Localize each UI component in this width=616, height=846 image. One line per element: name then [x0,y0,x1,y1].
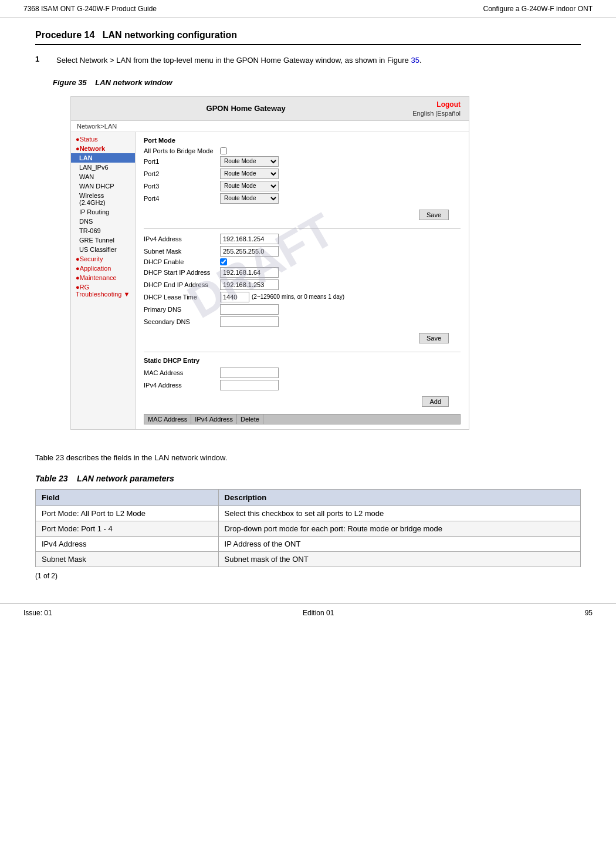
page-header: 7368 ISAM ONT G-240W-F Product Guide Con… [0,0,616,18]
gw-sidebar: ●Status ●Network LAN LAN_IPv6 WAN WAN DH… [71,132,136,429]
port2-select[interactable]: Route Mode [220,168,279,179]
sidebar-item-maintenance[interactable]: ●Maintenance [71,273,135,282]
all-ports-row: All Ports to Bridge Mode [144,147,461,154]
port2-label: Port2 [144,170,220,177]
secondary-dns-input[interactable] [220,316,279,327]
table-23-link[interactable]: 23 [56,453,64,462]
table-row-field-3: Subnet Mask [36,551,219,567]
footer-right: 95 [585,609,593,617]
dhcp-enable-row: DHCP Enable [144,258,461,265]
dhcp-start-label: DHCP Start IP Address [144,269,220,276]
primary-dns-label: Primary DNS [144,306,220,313]
dhcp-start-row: DHCP Start IP Address [144,267,461,278]
dhcp-start-input[interactable] [220,267,279,278]
primary-dns-input[interactable] [220,304,279,315]
table-row-desc-2: IP Address of the ONT [218,536,580,551]
static-dhcp-title: Static DHCP Entry [144,357,461,364]
sidebar-item-lan-ipv6[interactable]: LAN_IPv6 [71,163,135,172]
table-23-label: Table 23 LAN network parameters [35,474,581,483]
procedure-label: Procedure 14 LAN networking configuratio… [35,30,237,40]
static-ipv4-row: IPv4 Address [144,380,461,390]
gw-breadcrumb: Network>LAN [71,121,469,132]
table-row-field-1: Port Mode: Port 1 - 4 [36,521,219,536]
port4-label: Port4 [144,195,220,202]
sidebar-item-lan[interactable]: LAN [71,153,135,163]
gw-header: GPON Home Gateway Logout English |Españo… [71,97,469,121]
port4-select[interactable]: Route Mode [220,193,279,204]
sidebar-item-tr069[interactable]: TR-069 [71,226,135,235]
ipv4-address-input[interactable] [220,234,279,244]
sidebar-item-wireless[interactable]: Wireless (2.4GHz) [71,191,135,207]
sidebar-item-network[interactable]: ●Network [71,144,135,153]
figure-container: GPON Home Gateway Logout English |Españo… [70,96,469,430]
all-ports-checkbox[interactable] [220,147,227,154]
static-mac-row: MAC Address [144,368,461,378]
sidebar-item-wan-dhcp[interactable]: WAN DHCP [71,181,135,191]
port3-label: Port3 [144,183,220,190]
port4-row: Port4 Route Mode [144,193,461,204]
table-row-field-2: IPv4 Address [36,536,219,551]
col-header-desc: Description [218,489,580,505]
sidebar-item-wan[interactable]: WAN [71,172,135,181]
divider-2 [144,352,461,352]
dhcp-end-row: DHCP End IP Address [144,279,461,290]
header-right: Configure a G-240W-F indoor ONT [483,5,593,13]
secondary-dns-row: Secondary DNS [144,316,461,327]
table-intro: Table 23 describes the fields in the LAN… [35,453,581,462]
gw-title: GPON Home Gateway [207,104,286,113]
table-header-delete: Delete [237,414,263,424]
figure-label: Figure 35 LAN network window [53,78,172,87]
footer-center: Edition 01 [303,609,334,617]
add-button[interactable]: Add [422,396,449,407]
col-header-field: Field [36,489,219,505]
port1-label: Port1 [144,158,220,165]
table-header-mac: MAC Address [144,414,191,424]
subnet-mask-label: Subnet Mask [144,248,220,255]
static-ipv4-label: IPv4 Address [144,382,220,389]
port3-row: Port3 Route Mode [144,181,461,191]
static-ipv4-input[interactable] [220,380,279,390]
sidebar-item-application[interactable]: ●Application [71,264,135,273]
port-mode-section-title: Port Mode [144,137,461,144]
static-mac-label: MAC Address [144,369,220,376]
content-area: Procedure 14 LAN networking configuratio… [0,18,616,592]
sidebar-item-ip-routing[interactable]: IP Routing [71,207,135,217]
static-mac-input[interactable] [220,368,279,378]
gw-main: Port Mode All Ports to Bridge Mode Port1… [136,132,469,429]
sidebar-item-dns[interactable]: DNS [71,217,135,226]
dhcp-enable-checkbox[interactable] [220,258,227,265]
sidebar-item-status[interactable]: ●Status [71,134,135,144]
port3-select[interactable]: Route Mode [220,181,279,191]
figure-link[interactable]: 35 [411,56,419,65]
dhcp-end-input[interactable] [220,279,279,290]
params-table: Field Description Port Mode: All Port to… [35,489,581,567]
lease-note: (2~129600 mins, or 0 means 1 day) [252,294,344,300]
ipv4-address-row: IPv4 Address [144,234,461,244]
sidebar-item-security[interactable]: ●Security [71,254,135,264]
divider-1 [144,228,461,229]
sidebar-item-us-classifier[interactable]: US Classifier [71,245,135,254]
secondary-dns-label: Secondary DNS [144,318,220,325]
sidebar-item-rg-troubleshooting[interactable]: ●RG Troubleshooting ▼ [71,282,135,299]
header-left: 7368 ISAM ONT G-240W-F Product Guide [23,5,157,13]
table-row-desc-1: Drop-down port mode for each port: Route… [218,521,580,536]
port1-select[interactable]: Route Mode [220,156,279,167]
table-row-field-0: Port Mode: All Port to L2 Mode [36,505,219,521]
static-dhcp-table-header: MAC Address IPv4 Address Delete [144,414,461,424]
gw-logout[interactable]: Logout [436,100,461,109]
port2-row: Port2 Route Mode [144,168,461,179]
ipv4-address-label: IPv4 Address [144,235,220,242]
procedure-heading: Procedure 14 LAN networking configuratio… [35,30,581,45]
save-button-2[interactable]: Save [419,333,449,343]
subnet-mask-input[interactable] [220,246,279,257]
save-button-1[interactable]: Save [419,210,449,220]
page-footer: Issue: 01 Edition 01 95 [0,604,616,622]
subnet-mask-row: Subnet Mask [144,246,461,257]
dhcp-lease-input[interactable] [220,292,249,302]
step-text: Select Network > LAN from the top-level … [56,55,422,66]
primary-dns-row: Primary DNS [144,304,461,315]
gw-body: ●Status ●Network LAN LAN_IPv6 WAN WAN DH… [71,132,469,429]
sidebar-item-gre[interactable]: GRE Tunnel [71,235,135,245]
dhcp-lease-row: DHCP Lease Time (2~129600 mins, or 0 mea… [144,292,461,302]
dhcp-lease-label: DHCP Lease Time [144,294,220,301]
